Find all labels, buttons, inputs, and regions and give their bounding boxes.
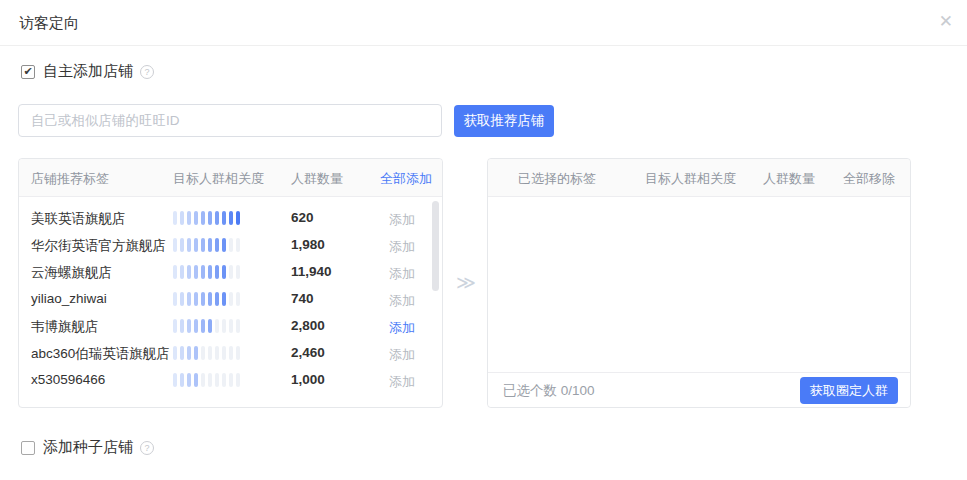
relevance-bar-segment	[187, 265, 191, 279]
add-link[interactable]: 添加	[389, 373, 415, 391]
scrollbar-thumb[interactable]	[432, 201, 439, 291]
relevance-bar-segment	[229, 373, 233, 387]
visitor-targeting-dialog: 访客定向 ✕ ✔ 自主添加店铺 ? 获取推荐店铺 店铺推荐标签 目标人群相关度 …	[0, 0, 967, 480]
shop-row: x530596466 1,000 添加	[19, 366, 442, 393]
relevance-bar-segment	[208, 373, 212, 387]
relevance-bar-segment	[173, 238, 177, 252]
relevance-bar-segment	[208, 319, 212, 333]
relevance-bar-segment	[236, 373, 240, 387]
shop-name: yiliao_zhiwai	[31, 291, 107, 306]
col-header-selected-tag: 已选择的标签	[518, 170, 596, 188]
relevance-bar-segment	[208, 211, 212, 225]
relevance-bar-segment	[236, 319, 240, 333]
relevance-bar-segment	[215, 373, 219, 387]
add-link[interactable]: 添加	[389, 265, 415, 283]
relevance-bar-segment	[208, 346, 212, 360]
help-icon[interactable]: ?	[140, 65, 154, 79]
relevance-bar-segment	[229, 211, 233, 225]
shop-name: 美联英语旗舰店	[31, 210, 126, 228]
col-header-relevance: 目标人群相关度	[173, 170, 264, 188]
relevance-bar-segment	[222, 238, 226, 252]
add-link[interactable]: 添加	[389, 292, 415, 310]
crowd-count: 620	[291, 210, 314, 225]
relevance-bar-segment	[194, 238, 198, 252]
relevance-bars	[173, 346, 240, 360]
shop-name: x530596466	[31, 372, 105, 387]
relevance-bar-segment	[236, 265, 240, 279]
seed-shop-checkbox[interactable]	[21, 441, 35, 455]
shop-name: abc360伯瑞英语旗舰店	[31, 345, 170, 363]
relevance-bar-segment	[208, 265, 212, 279]
shop-row: yiliao_zhiwai 740 添加	[19, 285, 442, 312]
selected-count-text: 已选个数 0/100	[503, 382, 595, 400]
relevance-bar-segment	[236, 346, 240, 360]
close-icon[interactable]: ✕	[939, 13, 953, 30]
relevance-bar-segment	[201, 238, 205, 252]
crowd-count: 1,000	[291, 372, 325, 387]
relevance-bars	[173, 292, 240, 306]
help-icon[interactable]: ?	[140, 441, 154, 455]
shop-row: 美联英语旗舰店 620 添加	[19, 204, 442, 231]
relevance-bar-segment	[173, 265, 177, 279]
selected-panel-footer: 已选个数 0/100 获取圈定人群	[488, 372, 910, 407]
recommended-shops-panel: 店铺推荐标签 目标人群相关度 人群数量 全部添加 美联英语旗舰店 620 添加 …	[18, 158, 443, 408]
relevance-bar-segment	[187, 346, 191, 360]
relevance-bar-segment	[194, 346, 198, 360]
add-link[interactable]: 添加	[389, 211, 415, 229]
relevance-bar-segment	[222, 346, 226, 360]
add-link[interactable]: 添加	[389, 346, 415, 364]
recommended-shops-header: 店铺推荐标签 目标人群相关度 人群数量 全部添加	[19, 159, 442, 197]
relevance-bar-segment	[215, 211, 219, 225]
remove-all-link[interactable]: 全部移除	[843, 170, 895, 188]
relevance-bar-segment	[222, 319, 226, 333]
relevance-bar-segment	[187, 211, 191, 225]
crowd-count: 2,800	[291, 318, 325, 333]
relevance-bar-segment	[201, 373, 205, 387]
crowd-count: 2,460	[291, 345, 325, 360]
get-delimited-audience-button[interactable]: 获取圈定人群	[800, 377, 898, 404]
wangwang-id-input[interactable]	[18, 104, 442, 137]
relevance-bar-segment	[194, 292, 198, 306]
relevance-bar-segment	[229, 292, 233, 306]
relevance-bar-segment	[180, 238, 184, 252]
relevance-bars	[173, 319, 240, 333]
crowd-count: 11,940	[291, 264, 332, 279]
relevance-bar-segment	[215, 292, 219, 306]
relevance-bar-segment	[187, 319, 191, 333]
relevance-bar-segment	[236, 211, 240, 225]
selected-shops-panel: 已选择的标签 目标人群相关度 人群数量 全部移除 已选个数 0/100 获取圈定…	[487, 158, 911, 408]
relevance-bar-segment	[194, 373, 198, 387]
fetch-recommended-shops-button[interactable]: 获取推荐店铺	[454, 105, 554, 137]
relevance-bar-segment	[201, 319, 205, 333]
shop-name: 云海螺旗舰店	[31, 264, 112, 282]
relevance-bar-segment	[187, 238, 191, 252]
relevance-bar-segment	[180, 373, 184, 387]
add-link[interactable]: 添加	[389, 238, 415, 256]
shop-row: 华尔街英语官方旗舰店 1,980 添加	[19, 231, 442, 258]
relevance-bar-segment	[180, 292, 184, 306]
self-add-shop-row: ✔ 自主添加店铺 ?	[21, 62, 154, 81]
add-all-link[interactable]: 全部添加	[380, 170, 432, 188]
relevance-bars	[173, 373, 240, 387]
relevance-bar-segment	[201, 265, 205, 279]
relevance-bars	[173, 238, 240, 252]
col-header-relevance: 目标人群相关度	[645, 170, 736, 188]
relevance-bar-segment	[215, 346, 219, 360]
relevance-bar-segment	[187, 373, 191, 387]
relevance-bar-segment	[180, 211, 184, 225]
selected-shops-empty-list	[488, 197, 910, 374]
self-add-label: 自主添加店铺	[43, 62, 133, 81]
relevance-bar-segment	[194, 319, 198, 333]
relevance-bar-segment	[173, 292, 177, 306]
relevance-bar-segment	[208, 238, 212, 252]
seed-shop-row: 添加种子店铺 ?	[21, 438, 154, 457]
col-header-shop-tag: 店铺推荐标签	[31, 170, 109, 188]
relevance-bar-segment	[173, 373, 177, 387]
relevance-bar-segment	[222, 265, 226, 279]
self-add-checkbox[interactable]: ✔	[21, 65, 35, 79]
relevance-bar-segment	[173, 319, 177, 333]
add-link[interactable]: 添加	[389, 319, 415, 337]
relevance-bar-segment	[194, 211, 198, 225]
relevance-bar-segment	[229, 346, 233, 360]
relevance-bar-segment	[201, 211, 205, 225]
